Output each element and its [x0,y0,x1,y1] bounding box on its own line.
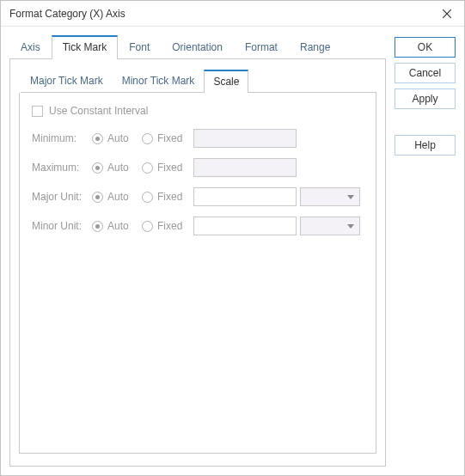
major-unit-auto-radio[interactable]: Auto [92,191,142,203]
radio-icon [92,221,103,232]
close-icon [443,9,451,18]
major-unit-fixed-radio[interactable]: Fixed [142,191,193,203]
radio-label: Auto [107,191,129,203]
spacer [395,114,456,130]
minor-unit-auto-radio[interactable]: Auto [92,220,142,232]
tab-font[interactable]: Font [118,35,161,59]
major-unit-combo[interactable] [300,187,360,206]
scale-grid: Minimum: Auto Fixed Maximum: Auto Fixed [32,129,364,235]
use-constant-interval-label: Use Constant Interval [49,105,148,117]
tab-scale[interactable]: Scale [204,70,248,93]
use-constant-row: Use Constant Interval [32,105,364,117]
dialog-window: Format Category (X) Axis Axis Tick Mark … [0,0,465,476]
tab-format[interactable]: Format [234,35,289,59]
tab-tick-mark[interactable]: Tick Mark [52,35,119,59]
help-button[interactable]: Help [395,135,456,156]
outer-tabs: Axis Tick Mark Font Orientation Format R… [9,35,386,467]
tab-axis[interactable]: Axis [9,35,52,59]
radio-label: Fixed [157,220,182,232]
tab-range[interactable]: Range [289,35,341,59]
dialog-body: Axis Tick Mark Font Orientation Format R… [1,27,464,475]
main-column: Axis Tick Mark Font Orientation Format R… [9,35,386,467]
major-unit-label: Major Unit: [32,191,92,203]
radio-icon [92,162,103,174]
apply-button[interactable]: Apply [395,88,456,109]
maximum-fixed-radio[interactable]: Fixed [142,162,193,174]
radio-label: Auto [107,132,129,144]
ok-button[interactable]: OK [395,37,456,58]
use-constant-interval-checkbox[interactable] [32,106,43,117]
outer-panel: Major Tick Mark Minor Tick Mark Scale Us… [9,59,386,467]
radio-icon [142,192,153,203]
cancel-button[interactable]: Cancel [395,63,456,83]
inner-tabstrip: Major Tick Mark Minor Tick Mark Scale [21,70,376,93]
chevron-down-icon [347,195,354,199]
maximum-input[interactable] [193,158,297,177]
radio-icon [142,133,153,144]
minimum-label: Minimum: [32,132,92,144]
radio-icon [142,162,153,174]
tab-major-tick-mark[interactable]: Major Tick Mark [21,70,113,93]
minor-unit-label: Minor Unit: [32,220,92,232]
radio-icon [142,221,153,232]
maximum-label: Maximum: [32,162,92,174]
titlebar: Format Category (X) Axis [1,1,464,27]
radio-label: Fixed [157,191,182,203]
close-button[interactable] [437,3,457,24]
radio-icon [92,192,103,203]
minor-unit-fixed-radio[interactable]: Fixed [142,220,193,232]
chevron-down-icon [347,224,354,229]
maximum-auto-radio[interactable]: Auto [92,162,142,174]
minimum-input[interactable] [193,129,297,148]
outer-tabstrip: Axis Tick Mark Font Orientation Format R… [9,35,386,59]
radio-label: Fixed [157,162,182,174]
minimum-auto-radio[interactable]: Auto [92,132,142,144]
radio-icon [92,133,103,144]
side-buttons: OK Cancel Apply Help [395,35,456,467]
tab-minor-tick-mark[interactable]: Minor Tick Mark [113,70,205,93]
radio-label: Fixed [157,132,182,144]
major-unit-input[interactable] [193,187,297,206]
minimum-fixed-radio[interactable]: Fixed [142,132,193,144]
minor-unit-combo[interactable] [300,217,360,235]
radio-label: Auto [107,220,129,232]
radio-label: Auto [107,162,129,174]
scale-panel: Use Constant Interval Minimum: Auto Fixe… [19,93,376,454]
tab-orientation[interactable]: Orientation [161,35,234,59]
inner-tabs: Major Tick Mark Minor Tick Mark Scale Us… [19,70,376,454]
minor-unit-input[interactable] [193,217,297,235]
window-title: Format Category (X) Axis [9,8,125,20]
